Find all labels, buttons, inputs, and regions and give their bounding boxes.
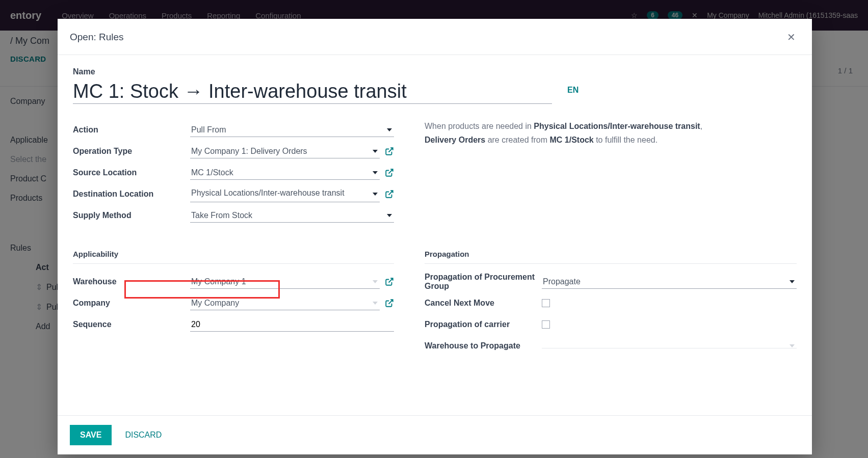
external-link-icon[interactable] — [385, 190, 394, 199]
operation-type-value: My Company 1: Delivery Orders — [191, 147, 307, 155]
company-label: Company — [73, 299, 190, 308]
chevron-down-icon — [387, 214, 392, 217]
sequence-label: Sequence — [73, 320, 190, 329]
destination-location-label: Destination Location — [73, 190, 190, 199]
supply-method-label: Supply Method — [73, 211, 190, 220]
source-location-label: Source Location — [73, 168, 190, 177]
action-label: Action — [73, 125, 190, 134]
action-value: Pull From — [191, 125, 226, 134]
rules-modal: Open: Rules ✕ Name EN Action Pull From — [58, 19, 812, 454]
chevron-down-icon — [790, 280, 795, 283]
applicability-section-title: Applicability — [73, 246, 394, 264]
prop-group-label: Propagation of Procurement Group — [425, 273, 542, 291]
cancel-next-label: Cancel Next Move — [425, 299, 542, 308]
warehouse-value: My Company 1 — [191, 277, 246, 286]
discard-button[interactable]: DISCARD — [122, 425, 165, 445]
propagation-section-title: Propagation — [425, 246, 797, 264]
operation-type-select[interactable]: My Company 1: Delivery Orders — [190, 145, 380, 158]
wh-to-prop-label: Warehouse to Propagate — [425, 341, 542, 351]
modal-footer: SAVE DISCARD — [58, 415, 812, 454]
source-location-value: MC 1/Stock — [191, 168, 233, 177]
close-icon: ✕ — [787, 32, 796, 43]
chevron-down-icon — [387, 128, 392, 131]
modal-header: Open: Rules ✕ — [58, 19, 812, 55]
name-input[interactable] — [73, 77, 552, 104]
modal-title: Open: Rules — [70, 32, 124, 43]
supply-method-select[interactable]: Take From Stock — [190, 209, 394, 223]
prop-group-value: Propagate — [543, 277, 581, 286]
chevron-down-icon — [373, 171, 378, 174]
rule-description: When products are needed in Physical Loc… — [425, 119, 797, 147]
external-link-icon[interactable] — [385, 147, 394, 156]
prop-group-select[interactable]: Propagate — [542, 275, 797, 289]
chevron-down-icon — [373, 280, 378, 283]
company-value: My Company — [191, 299, 239, 307]
supply-method-value: Take From Stock — [191, 211, 252, 220]
external-link-icon[interactable] — [385, 277, 394, 286]
chevron-down-icon — [373, 193, 378, 196]
prop-carrier-label: Propagation of carrier — [425, 320, 542, 329]
chevron-down-icon — [373, 150, 378, 153]
prop-carrier-checkbox[interactable] — [542, 320, 550, 329]
action-select[interactable]: Pull From — [190, 123, 394, 137]
name-label: Name — [73, 67, 797, 76]
operation-type-label: Operation Type — [73, 147, 190, 156]
language-button[interactable]: EN — [567, 86, 578, 104]
wh-to-prop-select[interactable] — [542, 344, 797, 348]
destination-location-select[interactable]: Physical Locations/Inter-warehouse trans… — [190, 186, 380, 202]
destination-location-value: Physical Locations/Inter-warehouse trans… — [191, 188, 345, 198]
company-select[interactable]: My Company — [190, 297, 380, 310]
chevron-down-icon — [790, 344, 795, 347]
save-button[interactable]: SAVE — [70, 425, 112, 445]
cancel-next-checkbox[interactable] — [542, 299, 550, 307]
sequence-input[interactable] — [190, 318, 394, 332]
external-link-icon[interactable] — [385, 299, 394, 308]
warehouse-select[interactable]: My Company 1 — [190, 275, 380, 289]
source-location-select[interactable]: MC 1/Stock — [190, 166, 380, 180]
warehouse-label: Warehouse — [73, 277, 190, 286]
modal-body: Name EN Action Pull From Operatio — [58, 55, 812, 415]
external-link-icon[interactable] — [385, 168, 394, 177]
chevron-down-icon — [373, 302, 378, 305]
close-button[interactable]: ✕ — [783, 29, 800, 45]
